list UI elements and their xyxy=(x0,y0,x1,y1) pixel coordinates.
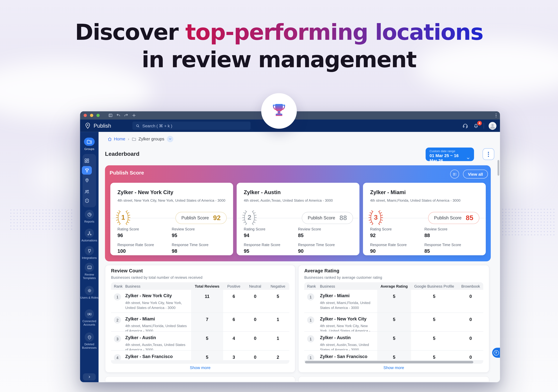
average-rating-value: 5 xyxy=(377,332,411,350)
locations-pin-icon[interactable] xyxy=(80,177,94,183)
publish-score-pill: Publish Score 85 xyxy=(428,212,479,224)
business-name: Zylker - New York City xyxy=(320,316,373,321)
table-header: Rank Business Total Reviews Positive Neu… xyxy=(111,282,289,290)
page-title: Leaderboard xyxy=(105,151,139,157)
stat-value: 96 xyxy=(117,233,172,238)
close-button[interactable] xyxy=(84,114,87,117)
minimize-button[interactable] xyxy=(90,114,93,117)
business-address: 4th street, Miami,Florida, United States… xyxy=(370,198,481,202)
table-footer xyxy=(111,360,289,364)
question-mark-icon: ? xyxy=(494,350,499,355)
neutral-value: 0 xyxy=(244,332,266,350)
forward-redo-icon[interactable] xyxy=(124,113,129,118)
total-reviews-value: 7 xyxy=(191,313,223,331)
leaderboard-trophy-tab[interactable] xyxy=(82,166,92,175)
negative-value: 1 xyxy=(266,313,290,331)
table-row[interactable]: 1 Zylker - New York City4th street, New … xyxy=(304,313,483,332)
show-more-link[interactable]: Show more xyxy=(299,366,489,370)
home-icon xyxy=(107,137,112,141)
score-stats: Rating Score94 Review Score85 Response R… xyxy=(244,227,352,254)
stat-value: 90 xyxy=(298,248,352,254)
business-address: 4th street, New York City, New York, Uni… xyxy=(117,198,228,202)
sidebar-item-review-templates[interactable]: Review Templates xyxy=(80,263,98,280)
rank-badge: 1 xyxy=(307,316,314,324)
sidebar-toggle-icon[interactable] xyxy=(108,113,113,118)
notifications-bell-icon[interactable]: 4 xyxy=(473,123,479,129)
stat-value: 90 xyxy=(370,248,424,254)
alerts-hexagon-icon[interactable] xyxy=(80,198,94,203)
table-row[interactable]: 1 Zylker - New York City4th street, New … xyxy=(111,290,289,313)
dashboard-grid-icon[interactable] xyxy=(80,158,94,163)
back-undo-icon[interactable] xyxy=(116,113,121,118)
date-range-button[interactable]: Custom date range 01 Mar 25 ~ 16 Mar 26 xyxy=(426,147,474,161)
sidebar-item-reports[interactable]: Reports xyxy=(80,210,98,224)
new-tab-icon[interactable] xyxy=(132,113,136,118)
table-row[interactable]: 4 Zylker - San Francisco 5 3 0 2 xyxy=(111,351,289,360)
view-all-button[interactable]: View all xyxy=(463,170,488,179)
rank-number: 3 xyxy=(374,214,378,222)
sidebar-item-deleted-businesses[interactable]: Deleted Businesses xyxy=(80,332,98,350)
score-card-rank3[interactable]: Zylker - Miami 4th street, Miami,Florida… xyxy=(363,183,486,255)
positive-value: 4 xyxy=(223,332,244,350)
sidebar-expand-button[interactable] xyxy=(83,373,96,380)
stat-label: Rating Score xyxy=(370,227,424,231)
sidebar-item-connected-accounts[interactable]: Connected Accounts xyxy=(80,309,98,327)
table-row[interactable]: 3 Zylker - Austin4th street, Austin,Texa… xyxy=(111,332,289,351)
positive-value: 6 xyxy=(223,313,244,331)
stat-label: Response Rate Score xyxy=(244,242,298,247)
support-headset-icon[interactable] xyxy=(462,123,468,129)
business-name: Zylker - New York City xyxy=(117,189,173,195)
score-card-rank1[interactable]: Zylker - New York City 4th street, New Y… xyxy=(110,183,233,255)
sidebar-item-integrations[interactable]: Integrations xyxy=(80,246,98,260)
stat-label: Response Rate Score xyxy=(370,242,424,247)
team-people-icon[interactable] xyxy=(80,189,94,194)
business-name: Zylker - Miami xyxy=(320,293,373,298)
help-button[interactable]: ? xyxy=(492,348,500,358)
horizontal-scrollbar-thumb[interactable] xyxy=(305,361,473,363)
breadcrumb-home-link[interactable]: Home xyxy=(107,136,125,141)
dot-pattern xyxy=(501,208,555,238)
breadcrumb-current-label: Zylker groups xyxy=(139,136,164,141)
maximize-button[interactable] xyxy=(96,114,100,117)
compare-columns-button[interactable] xyxy=(450,170,459,179)
column-header: Neutral xyxy=(244,284,266,288)
stat-label: Rating Score xyxy=(244,227,298,231)
card-subtitle: Businesses ranked by average customer ra… xyxy=(304,275,382,280)
sidebar-label: Groups xyxy=(84,147,94,151)
hero-prefix: Discover xyxy=(75,19,178,45)
vertical-scrollbar-thumb[interactable] xyxy=(497,160,499,176)
trophy-badge xyxy=(261,93,297,129)
sidebar-item-automations[interactable]: Automations xyxy=(80,229,98,243)
score-card-rank2[interactable]: Zylker - Austin 4th street, Austin,Texas… xyxy=(237,183,359,255)
publish-logo-icon xyxy=(84,122,91,129)
table-row[interactable]: 1 Zylker - Austin4th street, Austin,Texa… xyxy=(304,332,483,351)
table-row[interactable]: 2 Zylker - Miami4th street, Miami,Florid… xyxy=(111,313,289,332)
stat-value: 88 xyxy=(424,233,479,238)
average-rating-card: Average Rating Businesses ranked by aver… xyxy=(298,265,489,373)
search-input[interactable]: Search ( ⌘ + k ) xyxy=(132,122,251,130)
business-name: Zylker - Miami xyxy=(370,189,406,195)
business-name: Zylker - Austin xyxy=(244,189,281,195)
browser-menu-icon[interactable] xyxy=(496,113,496,118)
publish-score-label: Publish Score xyxy=(308,215,335,220)
show-more-link[interactable]: Show more xyxy=(105,366,295,370)
stat-value: 100 xyxy=(117,248,172,254)
negative-value: 1 xyxy=(266,332,290,350)
google-business-profile-value: 5 xyxy=(411,332,457,350)
chevron-right-icon xyxy=(87,375,91,379)
sidebar-item-users-roles[interactable]: Users & Roles xyxy=(80,286,98,300)
breadcrumb-current[interactable]: Zylker groups xyxy=(132,136,164,141)
table-row[interactable]: 1 Zylker - San Francisco 5 5 0 xyxy=(304,351,483,360)
page-options-menu-button[interactable] xyxy=(483,148,494,160)
user-avatar[interactable] xyxy=(488,122,496,130)
rank-laurel-badge: 1 xyxy=(115,210,131,225)
deleted-businesses-pin-icon xyxy=(85,332,94,342)
sidebar-item-groups[interactable]: Groups xyxy=(80,138,98,151)
sidebar-label: Integrations xyxy=(82,256,97,260)
business-address: 4th street, Miami,Florida, United States… xyxy=(125,324,187,332)
neutral-value: 0 xyxy=(244,313,266,331)
sidebar-label: Automations xyxy=(81,239,97,242)
breadcrumb-dropdown-button[interactable] xyxy=(167,136,173,142)
business-address: 4th street, New York City, New York, Uni… xyxy=(320,324,373,332)
table-row[interactable]: 1 Zylker - Miami4th street, Miami,Florid… xyxy=(304,290,483,313)
